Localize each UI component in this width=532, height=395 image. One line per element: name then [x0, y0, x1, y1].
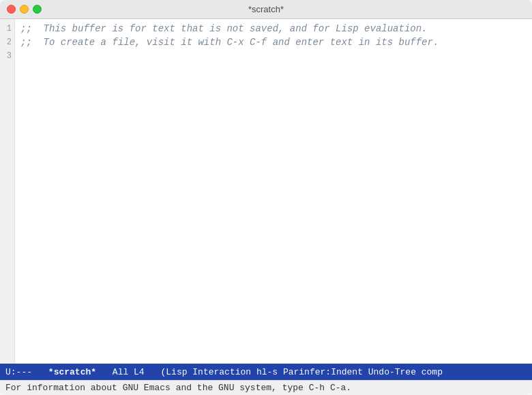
window-title: *scratch* — [248, 4, 284, 14]
echo-area: For information about GNU Emacs and the … — [0, 380, 532, 395]
minimize-button[interactable] — [20, 5, 29, 14]
modeline: U:--- *scratch* All L4 (Lisp Interaction… — [0, 364, 532, 380]
code-area[interactable]: ;; This buffer is for text that is not s… — [15, 19, 532, 364]
line-number-1: 1 — [0, 22, 14, 35]
code-line-3 — [20, 49, 527, 63]
code-line-2: ;; To create a file, visit it with C-x C… — [20, 35, 527, 49]
line-number-3: 3 — [0, 49, 14, 63]
line-gutter: 1 2 3 — [0, 19, 15, 364]
emacs-window: *scratch* 1 2 3 ;; This buffer is for te… — [0, 0, 532, 395]
modeline-mode: (Lisp Interaction hl-s Parinfer:Indent U… — [160, 367, 442, 377]
modeline-buffername: *scratch* — [48, 367, 96, 377]
traffic-lights — [7, 5, 42, 14]
titlebar: *scratch* — [0, 0, 532, 19]
maximize-button[interactable] — [33, 5, 42, 14]
modeline-position: All L4 — [113, 367, 145, 377]
close-button[interactable] — [7, 5, 16, 14]
modeline-status: U:--- — [5, 367, 32, 377]
line-number-2: 2 — [0, 35, 14, 49]
echo-text: For information about GNU Emacs and the … — [5, 383, 351, 393]
editor-area[interactable]: 1 2 3 ;; This buffer is for text that is… — [0, 19, 532, 364]
code-line-1: ;; This buffer is for text that is not s… — [20, 22, 527, 35]
